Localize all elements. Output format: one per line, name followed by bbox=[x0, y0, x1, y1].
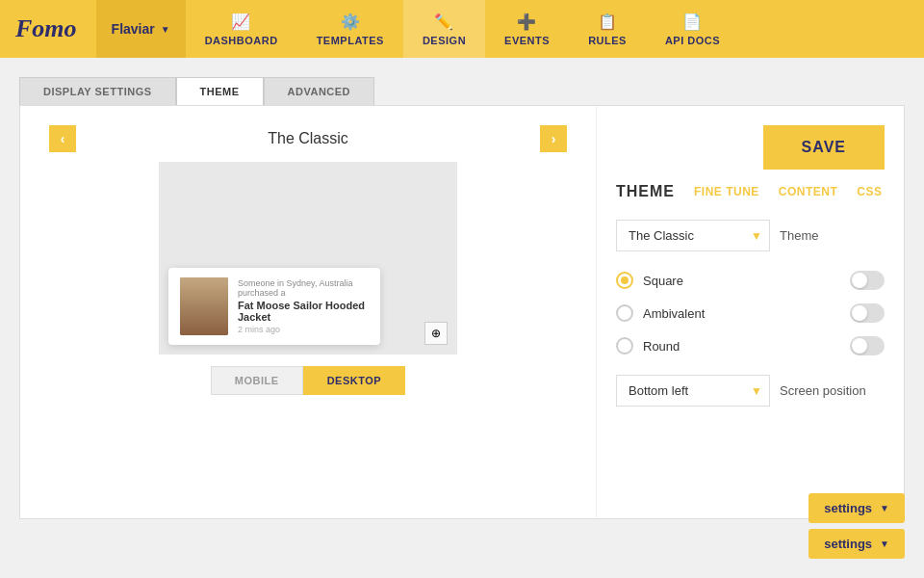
person-image bbox=[180, 277, 228, 335]
position-label: Screen position bbox=[780, 383, 866, 398]
zoom-icon[interactable]: ⊕ bbox=[424, 322, 448, 345]
notification-content: Someone in Sydney, Australia purchased a… bbox=[238, 278, 369, 334]
main-panel: SAVE ‹ The Classic › Someone in Sydney, … bbox=[19, 105, 905, 519]
position-row: Bottom left Bottom right Top left Top ri… bbox=[616, 375, 885, 407]
settings-buttons: settings ▼ settings ▼ bbox=[808, 493, 905, 559]
page-content: DISPLAY SETTINGS THEME ADVANCED SAVE ‹ T… bbox=[0, 58, 924, 578]
shape-options: Square Ambivalent Round bbox=[616, 271, 885, 355]
logo: Fomo bbox=[15, 14, 77, 43]
tab-css[interactable]: CSS bbox=[857, 185, 882, 198]
tab-bar: DISPLAY SETTINGS THEME ADVANCED bbox=[19, 77, 905, 105]
preview-area: ‹ The Classic › Someone in Sydney, Austr… bbox=[20, 106, 596, 518]
settings-title: THEME bbox=[616, 183, 675, 200]
theme-select-wrapper: The Classic Minimal Bold Modern ▼ bbox=[616, 220, 770, 251]
mobile-button[interactable]: MOBILE bbox=[211, 366, 303, 395]
sidebar-item-templates[interactable]: ⚙️ TEMPLATES bbox=[297, 0, 403, 58]
settings2-arrow-icon: ▼ bbox=[880, 539, 889, 549]
settings-button-1[interactable]: settings ▼ bbox=[808, 493, 905, 523]
design-label: DESIGN bbox=[423, 35, 466, 46]
preview-box: Someone in Sydney, Australia purchased a… bbox=[159, 162, 457, 355]
dashboard-icon: 📈 bbox=[231, 13, 251, 31]
position-select-wrapper: Bottom left Bottom right Top left Top ri… bbox=[616, 375, 770, 407]
events-icon: ➕ bbox=[517, 13, 537, 31]
templates-label: TEMPLATES bbox=[317, 35, 384, 46]
rules-label: RULES bbox=[588, 35, 627, 46]
theme-label: Theme bbox=[780, 228, 818, 243]
ambivalent-toggle[interactable] bbox=[850, 303, 885, 323]
sidebar-item-dashboard[interactable]: 📈 DASHBOARD bbox=[186, 0, 297, 58]
notification-product: Fat Moose Sailor Hooded Jacket bbox=[238, 300, 369, 323]
save-button[interactable]: SAVE bbox=[763, 125, 885, 170]
round-option-left: Round bbox=[616, 337, 680, 355]
tab-theme[interactable]: THEME bbox=[176, 77, 264, 105]
ambivalent-label: Ambivalent bbox=[643, 306, 705, 321]
brand-label: Flaviar bbox=[112, 21, 155, 37]
square-option-row: Square bbox=[616, 271, 885, 290]
sidebar-item-events[interactable]: ➕ EVENTS bbox=[485, 0, 569, 58]
api-docs-icon: 📄 bbox=[682, 13, 703, 31]
round-toggle[interactable] bbox=[850, 336, 885, 355]
round-option-row: Round bbox=[616, 336, 885, 355]
settings-button-2[interactable]: settings ▼ bbox=[808, 529, 905, 559]
dashboard-label: DASHBOARD bbox=[205, 35, 278, 46]
position-dropdown[interactable]: Bottom left Bottom right Top left Top ri… bbox=[616, 375, 770, 407]
api-docs-label: API DOCS bbox=[665, 35, 720, 46]
desktop-button[interactable]: DESKTOP bbox=[303, 366, 405, 395]
theme-dropdown[interactable]: The Classic Minimal Bold Modern bbox=[616, 220, 770, 251]
nav-brand[interactable]: Flaviar ▼ bbox=[96, 0, 186, 58]
tab-content[interactable]: CONTENT bbox=[779, 185, 838, 198]
preview-title: The Classic bbox=[268, 130, 348, 147]
square-radio[interactable] bbox=[616, 272, 633, 289]
templates-icon: ⚙️ bbox=[341, 13, 361, 31]
round-radio[interactable] bbox=[616, 337, 633, 355]
sidebar-item-design[interactable]: ✏️ DESIGN bbox=[403, 0, 485, 58]
settings-tabs: THEME FINE TUNE CONTENT CSS bbox=[616, 183, 885, 200]
tab-display-settings[interactable]: DISPLAY SETTINGS bbox=[19, 77, 176, 105]
ambivalent-radio[interactable] bbox=[616, 304, 633, 322]
sidebar-item-api-docs[interactable]: 📄 API DOCS bbox=[646, 0, 739, 58]
notification-time: 2 mins ago bbox=[238, 325, 369, 334]
next-arrow[interactable]: › bbox=[540, 125, 567, 152]
events-label: EVENTS bbox=[504, 35, 550, 46]
settings1-arrow-icon: ▼ bbox=[880, 503, 889, 513]
design-icon: ✏️ bbox=[434, 13, 454, 31]
ambivalent-option-left: Ambivalent bbox=[616, 304, 705, 322]
preview-nav: ‹ The Classic › bbox=[39, 125, 577, 152]
save-area: SAVE bbox=[763, 125, 885, 170]
notification-card: Someone in Sydney, Australia purchased a… bbox=[168, 268, 380, 345]
square-option-left: Square bbox=[616, 272, 683, 289]
square-toggle[interactable] bbox=[850, 271, 885, 290]
header: Fomo Flaviar ▼ 📈 DASHBOARD ⚙️ TEMPLATES … bbox=[0, 0, 924, 58]
device-buttons: MOBILE DESKTOP bbox=[211, 366, 405, 395]
chevron-down-icon: ▼ bbox=[161, 24, 170, 35]
round-label: Round bbox=[643, 339, 680, 354]
prev-arrow[interactable]: ‹ bbox=[49, 125, 76, 152]
tab-advanced[interactable]: ADVANCED bbox=[264, 77, 375, 105]
avatar bbox=[180, 277, 228, 335]
square-label: Square bbox=[643, 274, 683, 288]
sidebar-item-rules[interactable]: 📋 RULES bbox=[569, 0, 646, 58]
tab-fine-tune[interactable]: FINE TUNE bbox=[694, 185, 759, 198]
nav: Flaviar ▼ 📈 DASHBOARD ⚙️ TEMPLATES ✏️ DE… bbox=[96, 0, 909, 58]
rules-icon: 📋 bbox=[598, 13, 618, 31]
notification-small-text: Someone in Sydney, Australia purchased a bbox=[238, 278, 369, 298]
theme-select-row: The Classic Minimal Bold Modern ▼ Theme bbox=[616, 220, 885, 251]
ambivalent-option-row: Ambivalent bbox=[616, 303, 885, 323]
